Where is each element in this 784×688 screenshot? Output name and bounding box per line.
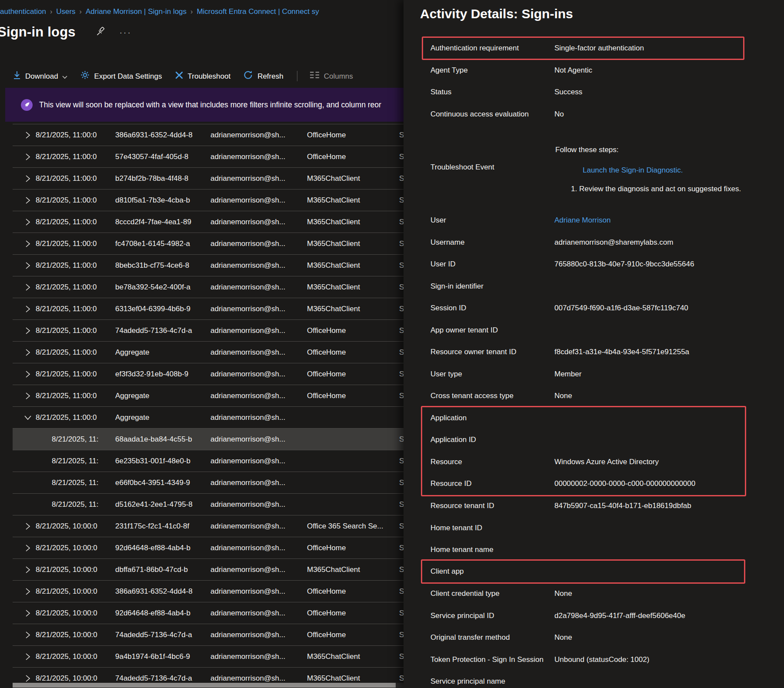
chevron-right-icon[interactable]: [22, 342, 33, 363]
detail-value-link[interactable]: Adriane Morrison: [554, 216, 611, 225]
row-username: adrianemorrison@sh...: [210, 537, 285, 559]
detail-label: Home tenant ID: [430, 524, 554, 532]
row-date: 8/21/2025, 11:: [52, 494, 98, 515]
row-date: 8/21/2025, 10:00:0: [36, 581, 97, 602]
detail-row: Resource owner tenant IDf8cdef31-a31e-4b…: [430, 341, 771, 363]
table-row[interactable]: 8/21/2025, 10:00:074adedd5-7136-4c7d-aad…: [13, 624, 404, 645]
row-request-id: 8cccd2f4-7fae-4ea1-89: [115, 211, 191, 233]
detail-row: Sign-in identifier: [430, 276, 771, 297]
table-row[interactable]: 8/21/2025, 11:00:06313ef04-6399-4b6b-9ad…: [13, 298, 404, 319]
table-row[interactable]: 8/21/2025, 11:00:0386a6931-6352-4dd4-8ad…: [13, 124, 404, 146]
row-username: adrianemorrison@sh...: [210, 602, 285, 624]
horizontal-scrollbar-thumb[interactable]: [13, 683, 396, 688]
table-row[interactable]: 8/21/2025, 11:00:0Aggregateadrianemorris…: [13, 385, 404, 406]
row-request-id: d5162e41-2ee1-4795-8: [115, 494, 193, 515]
row-username: adrianemorrison@sh...: [210, 342, 285, 363]
sign-in-diagnostic-link[interactable]: Launch the Sign-in Diagnostic.: [583, 164, 683, 177]
detail-value: Member: [554, 370, 581, 379]
detail-row: App owner tenant ID: [430, 319, 771, 341]
chevron-right-icon[interactable]: [22, 646, 33, 668]
chevron-right-icon[interactable]: [22, 537, 33, 559]
chevron-right-icon[interactable]: [22, 320, 33, 342]
chevron-right-icon[interactable]: [22, 211, 33, 233]
row-username: adrianemorrison@sh...: [210, 320, 285, 342]
row-date: 8/21/2025, 11:00:0: [36, 298, 97, 320]
detail-row: Home tenant ID: [430, 517, 771, 539]
chevron-right-icon[interactable]: [22, 189, 33, 211]
row-request-id: 8bebc31b-cf75-4ce6-8: [115, 255, 189, 276]
detail-value: None: [554, 633, 572, 642]
detail-label: Client credential type: [430, 589, 554, 598]
table-row[interactable]: 8/21/2025, 11:d5162e41-2ee1-4795-8adrian…: [13, 493, 404, 515]
chevron-right-icon[interactable]: [22, 559, 33, 581]
detail-value: f8cdef31-a31e-4b4a-93e4-5f571e91255a: [554, 348, 689, 356]
chevron-right-icon[interactable]: [22, 363, 33, 385]
row-application: OfficeHome: [307, 146, 346, 168]
table-row[interactable]: 8/21/2025, 11:e66f0bc4-3951-4349-9adrian…: [13, 472, 404, 493]
row-application: OfficeHome: [307, 124, 346, 146]
table-row[interactable]: 8/21/2025, 11:00:08bebc31b-cf75-4ce6-8ad…: [13, 254, 404, 276]
table-row[interactable]: 8/21/2025, 11:00:0b274bf2b-78ba-4f48-8ad…: [13, 167, 404, 189]
detail-label: User type: [430, 370, 554, 379]
table-row[interactable]: 8/21/2025, 11:00:074adedd5-7136-4c7d-aad…: [13, 319, 404, 341]
table-row[interactable]: 8/21/2025, 10:00:092d64648-ef88-4ab4-bad…: [13, 537, 404, 558]
chevron-right-icon[interactable]: [22, 233, 33, 255]
detail-label: Session ID: [430, 304, 554, 312]
detail-label: Application: [430, 414, 554, 422]
detail-label: User: [430, 216, 554, 225]
row-username: adrianemorrison@sh...: [210, 189, 285, 211]
table-row[interactable]: 8/21/2025, 11:00:0Aggregateadrianemorris…: [13, 406, 404, 428]
chevron-right-icon[interactable]: [22, 581, 33, 602]
table-row[interactable]: 8/21/2025, 10:00:09a4b1974-6b1f-4bc6-9ad…: [13, 645, 404, 667]
row-request-id: 9a4b1974-6b1f-4bc6-9: [115, 646, 190, 668]
row-username: adrianemorrison@sh...: [210, 363, 285, 385]
row-username: adrianemorrison@sh...: [210, 624, 285, 646]
row-application: M365ChatClient: [307, 298, 360, 320]
chevron-right-icon[interactable]: [22, 255, 33, 276]
detail-label: App owner tenant ID: [430, 326, 554, 335]
table-row[interactable]: 8/21/2025, 11:00:0d810f5a1-7b3e-4cba-bad…: [13, 189, 404, 211]
chevron-right-icon[interactable]: [22, 168, 33, 189]
detail-row: Usernameadrianemorrison@sharemylabs.com: [430, 232, 771, 253]
row-date: 8/21/2025, 11:: [52, 429, 98, 450]
table-row[interactable]: 8/21/2025, 11:00:08cccd2f4-7fae-4ea1-89a…: [13, 211, 404, 233]
row-date: 8/21/2025, 11:00:0: [36, 146, 97, 168]
detail-label: Authentication requirement: [430, 44, 554, 53]
row-application: Office 365 Search Se...: [307, 515, 383, 537]
detail-row: Authentication requirementSingle-factor …: [430, 37, 771, 59]
chevron-right-icon[interactable]: [22, 385, 33, 407]
table-row[interactable]: 8/21/2025, 11:00:0ef3f3d32-91eb-408b-9ad…: [13, 363, 404, 385]
table-row[interactable]: 8/21/2025, 11:00:0be78a392-54e2-400f-aad…: [13, 276, 404, 298]
detail-label: Status: [430, 88, 554, 96]
detail-row: Application ID: [430, 429, 771, 451]
row-date: 8/21/2025, 11:00:0: [36, 124, 97, 146]
chevron-right-icon[interactable]: [22, 276, 33, 298]
table-row[interactable]: 8/21/2025, 11:00:057e43057-4faf-405d-8ad…: [13, 146, 404, 167]
row-request-id: e66f0bc4-3951-4349-9: [115, 472, 190, 494]
table-row[interactable]: 8/21/2025, 10:00:0386a6931-6352-4dd4-8ad…: [13, 580, 404, 602]
chevron-right-icon[interactable]: [22, 298, 33, 320]
row-request-id: dbffa671-86b0-47cd-b: [115, 559, 188, 581]
table-row[interactable]: 8/21/2025, 11:00:0Aggregateadrianemorris…: [13, 341, 404, 363]
row-date: 8/21/2025, 11:00:0: [36, 189, 97, 211]
chevron-right-icon[interactable]: [22, 624, 33, 646]
table-row[interactable]: 8/21/2025, 10:00:0231f175c-f2c1-41c0-8fa…: [13, 515, 404, 537]
detail-row: Original transfer methodNone: [430, 627, 771, 648]
row-username: adrianemorrison@sh...: [210, 255, 285, 276]
chevron-right-icon[interactable]: [22, 124, 33, 146]
table-row[interactable]: 8/21/2025, 11:00:0fc4708e1-6145-4982-aad…: [13, 233, 404, 254]
table-row[interactable]: 8/21/2025, 11:6e235b31-001f-48e0-badrian…: [13, 450, 404, 472]
detail-row: Session ID007d7549-f690-a1f6-d3ae-587fc1…: [430, 297, 771, 319]
detail-label: Resource: [430, 458, 554, 466]
chevron-right-icon[interactable]: [22, 146, 33, 168]
chevron-right-icon[interactable]: [22, 602, 33, 624]
table-row[interactable]: 8/21/2025, 10:00:0dbffa671-86b0-47cd-bad…: [13, 558, 404, 580]
table-row[interactable]: 8/21/2025, 10:00:092d64648-ef88-4ab4-bad…: [13, 602, 404, 624]
chevron-right-icon[interactable]: [22, 515, 33, 537]
row-request-id: 6e235b31-001f-48e0-b: [115, 450, 190, 472]
chevron-down-icon[interactable]: [22, 407, 33, 429]
row-username: adrianemorrison@sh...: [210, 385, 285, 407]
detail-row: Token Protection - Sign In SessionUnboun…: [430, 649, 771, 671]
detail-label: Sign-in identifier: [430, 282, 554, 291]
table-row[interactable]: 8/21/2025, 11:68aada1e-ba84-4c55-badrian…: [13, 428, 404, 450]
